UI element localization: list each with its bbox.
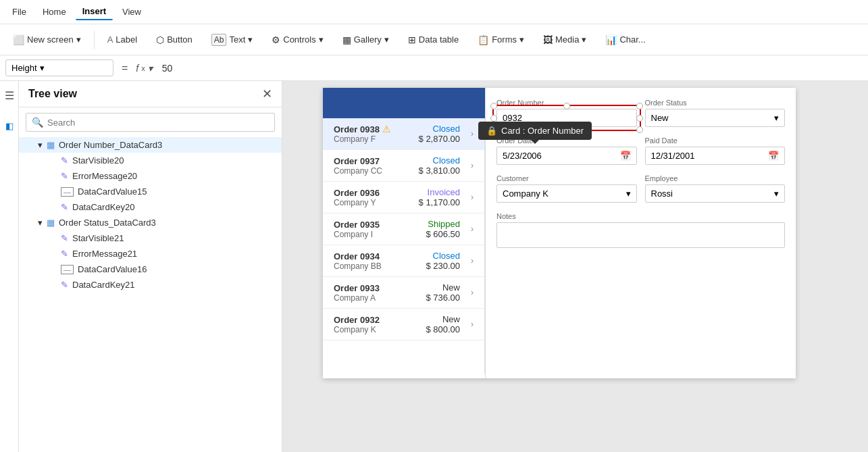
order-amount: $ 3,810.00 bbox=[406, 166, 460, 176]
order-status: Closed bbox=[406, 155, 460, 166]
order-row[interactable]: Order 0935 Company I Shipped $ 606.50 › bbox=[323, 214, 484, 245]
tree-item-starvisible20[interactable]: ✎ StarVisible20 bbox=[19, 153, 282, 168]
employee-select[interactable]: Rossi ▾ bbox=[645, 184, 786, 203]
menu-insert[interactable]: Insert bbox=[76, 3, 113, 20]
main-layout: ☰ ◧ Tree view ✕ 🔍 ▾ ▦ Order Number_DataC… bbox=[0, 81, 868, 452]
tree-item-order-number-datacard3[interactable]: ▾ ▦ Order Number_DataCard3 bbox=[19, 137, 282, 153]
order-row[interactable]: Order 0938 ⚠ Company F Closed $ 2,870.00… bbox=[323, 118, 484, 150]
expand-arrow: ▾ bbox=[38, 218, 43, 228]
lock-icon: 🔒 bbox=[486, 126, 497, 136]
customer-value: Company K bbox=[503, 189, 548, 199]
employee-value: Rossi bbox=[651, 189, 673, 199]
new-screen-button[interactable]: ⬜ New screen bbox=[5, 30, 88, 49]
handle-tr[interactable] bbox=[636, 103, 643, 109]
order-company: Company I bbox=[334, 230, 401, 239]
order-status: Invoiced bbox=[406, 187, 460, 197]
gallery-button[interactable]: ▦ Gallery bbox=[335, 30, 397, 49]
app-preview: Northwind Orders Order 0938 ⚠ Company F bbox=[323, 88, 796, 378]
employee-label: Employee bbox=[645, 174, 786, 182]
button-button[interactable]: ⬡ Button bbox=[149, 30, 200, 49]
tree-item-datacardvalue16[interactable]: — DataCardValue16 bbox=[19, 261, 282, 277]
search-input[interactable] bbox=[47, 118, 269, 128]
forms-chevron bbox=[519, 34, 524, 45]
text-button[interactable]: Ab Text bbox=[204, 30, 261, 50]
select-chevron: ▾ bbox=[774, 189, 779, 199]
order-row[interactable]: Order 0933 Company A New $ 736.00 › bbox=[323, 277, 484, 309]
media-button[interactable]: 🖼 Media bbox=[536, 30, 594, 49]
tree-close-button[interactable]: ✕ bbox=[262, 88, 272, 100]
expand-arrow: ▾ bbox=[38, 140, 43, 150]
controls-icon: ⚙ bbox=[272, 34, 280, 45]
dash-icon: — bbox=[61, 265, 74, 274]
notes-input[interactable] bbox=[496, 222, 785, 248]
controls-chevron bbox=[319, 34, 324, 45]
menu-file[interactable]: File bbox=[5, 4, 33, 20]
pen-icon: ✎ bbox=[61, 171, 68, 181]
forms-button[interactable]: 📋 Forms bbox=[470, 30, 532, 49]
table-icon: ▦ bbox=[47, 218, 55, 228]
order-date-input[interactable]: 5/23/2006 📅 bbox=[496, 147, 637, 165]
pen-icon: ✎ bbox=[61, 233, 68, 243]
handle-mr[interactable] bbox=[636, 115, 643, 122]
controls-button[interactable]: ⚙ Controls bbox=[264, 30, 330, 49]
paid-date-input[interactable]: 12/31/2001 📅 bbox=[645, 147, 786, 165]
menu-bar: File Home Insert View bbox=[0, 0, 868, 24]
tree-header: Tree view ✕ bbox=[19, 81, 282, 107]
customer-select[interactable]: Company K ▾ bbox=[496, 184, 637, 203]
order-status: Closed bbox=[406, 251, 460, 261]
order-row[interactable]: Order 0934 Company BB Closed $ 230.00 › bbox=[323, 245, 484, 277]
tree-item-label: StarVisible21 bbox=[72, 233, 124, 243]
order-date-value: 5/23/2006 bbox=[503, 151, 542, 161]
tree-item-datacardkey20[interactable]: ✎ DataCardKey20 bbox=[19, 199, 282, 215]
tree-item-datacardvalue15[interactable]: — DataCardValue15 bbox=[19, 184, 282, 199]
order-number: Order 0938 bbox=[334, 124, 380, 134]
order-number: Order 0936 bbox=[334, 188, 401, 198]
order-row[interactable]: Order 0936 Company Y Invoiced $ 1,170.00… bbox=[323, 182, 484, 214]
tree-item-datacardkey21[interactable]: ✎ DataCardKey21 bbox=[19, 277, 282, 293]
card-tooltip: 🔒 Card : Order Number bbox=[478, 122, 592, 140]
handle-br[interactable] bbox=[636, 126, 643, 133]
tree-item-order-status-datacard3[interactable]: ▾ ▦ Order Status_DataCard3 bbox=[19, 215, 282, 230]
search-icon: 🔍 bbox=[32, 117, 43, 128]
tree-item-label: DataCardKey21 bbox=[72, 280, 135, 290]
toolbar: ⬜ New screen A Label ⬡ Button Ab Text ⚙ … bbox=[0, 24, 868, 55]
select-chevron: ▾ bbox=[626, 189, 631, 199]
order-number: Order 0937 bbox=[334, 156, 401, 166]
menu-home[interactable]: Home bbox=[36, 4, 73, 20]
paid-date-label: Paid Date bbox=[645, 136, 786, 145]
data-table-button[interactable]: ⊞ Data table bbox=[401, 30, 466, 49]
paid-date-field: Paid Date 12/31/2001 📅 bbox=[645, 136, 786, 165]
order-status: Closed bbox=[406, 124, 460, 134]
pen-icon: ✎ bbox=[61, 155, 68, 166]
order-status-select[interactable]: New ▾ bbox=[645, 109, 786, 127]
sidebar-toggle: ☰ ◧ bbox=[0, 81, 19, 452]
text-icon: Ab bbox=[211, 34, 227, 46]
property-selector[interactable]: Height bbox=[5, 59, 113, 76]
order-status-value: New bbox=[651, 113, 669, 123]
tree-item-errormessage20[interactable]: ✎ ErrorMessage20 bbox=[19, 168, 282, 184]
tree-search-box[interactable]: 🔍 bbox=[26, 113, 275, 132]
order-row[interactable]: Order 0937 Company CC Closed $ 3,810.00 … bbox=[323, 150, 484, 182]
chevron-icon: › bbox=[471, 193, 474, 202]
tree-item-starvisible21[interactable]: ✎ StarVisible21 bbox=[19, 230, 282, 246]
calendar-icon: 📅 bbox=[768, 151, 779, 161]
label-button[interactable]: A Label bbox=[100, 30, 145, 49]
sep-1 bbox=[94, 30, 95, 49]
notes-field: Notes bbox=[496, 212, 785, 248]
menu-view[interactable]: View bbox=[116, 4, 148, 20]
fx-button[interactable]: fx bbox=[136, 63, 152, 74]
order-row[interactable]: Order 0932 Company K New $ 800.00 › bbox=[323, 309, 484, 341]
hamburger-icon[interactable]: ☰ bbox=[2, 86, 17, 105]
tree-content: ▾ ▦ Order Number_DataCard3 ✎ StarVisible… bbox=[19, 137, 282, 452]
tree-item-label: DataCardValue15 bbox=[78, 186, 147, 197]
tree-title: Tree view bbox=[28, 88, 77, 100]
tree-item-errormessage21[interactable]: ✎ ErrorMessage21 bbox=[19, 246, 282, 261]
chart-button[interactable]: 📊 Char... bbox=[598, 30, 653, 49]
new-screen-chevron bbox=[76, 34, 81, 45]
order-status: New bbox=[406, 314, 460, 324]
layers-icon[interactable]: ◧ bbox=[5, 121, 14, 131]
tree-item-label: DataCardValue16 bbox=[78, 264, 147, 274]
detail-row-4: Notes bbox=[496, 212, 785, 248]
formula-value[interactable]: 50 bbox=[157, 63, 178, 74]
chevron-icon: › bbox=[471, 129, 474, 139]
